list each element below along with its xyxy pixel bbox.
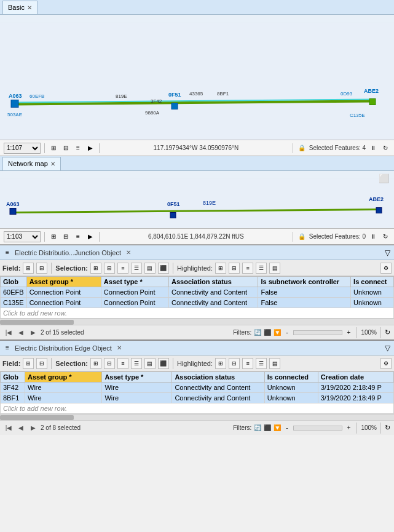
hi-btn-e4[interactable]: ☰ — [256, 358, 267, 369]
svg-rect-5 — [369, 99, 376, 105]
nav-icon-b2[interactable]: ⊟ — [61, 232, 71, 242]
click-new-row-label-e: Click to add new row. — [1, 403, 394, 414]
hi-btn-j3[interactable]: ≡ — [242, 263, 253, 274]
junction-panel-close[interactable]: ✕ — [126, 249, 131, 256]
hi-btn-j5[interactable]: ▤ — [269, 263, 280, 274]
cell-assetgroup-j0: Connection Point — [26, 287, 101, 298]
table-row[interactable]: C135E Connection Point Connection Point … — [1, 298, 394, 308]
edge-scrollbar-thumb[interactable] — [0, 415, 74, 420]
sel-btn-e5[interactable]: ▤ — [144, 358, 156, 369]
nav-icon-b3[interactable]: ≡ — [73, 232, 83, 242]
sel-btn-j6[interactable]: ⬛ — [158, 263, 169, 274]
table-row[interactable]: 8BF1 Wire Wire Connectivity and Content … — [1, 393, 394, 403]
pause-icon[interactable]: ⏸ — [368, 143, 378, 153]
zoom-select-bottom[interactable]: 1:103 — [4, 231, 41, 242]
nav-icon-3[interactable]: ≡ — [73, 143, 83, 153]
nav-icon-4[interactable]: ▶ — [85, 143, 95, 153]
filter-icon-j2[interactable]: ⬛ — [264, 329, 271, 336]
sel-btn-e4[interactable]: ☰ — [131, 358, 142, 369]
tab-basic-close[interactable]: ✕ — [27, 4, 32, 11]
col-header-glob-j: Glob — [1, 277, 27, 287]
sel-btn-e6[interactable]: ⬛ — [158, 358, 169, 369]
filter-icon-e3[interactable]: 🔽 — [274, 424, 281, 431]
refresh-btn-j[interactable]: ↻ — [385, 328, 390, 336]
junction-table-scroll[interactable]: Glob Asset group * Asset type * Associat… — [0, 276, 394, 319]
svg-rect-0 — [0, 23, 394, 148]
filter-icon-j3[interactable]: 🔽 — [274, 329, 281, 336]
hi-btn-e2[interactable]: ⊟ — [229, 358, 240, 369]
settings-btn-e[interactable]: ⚙ — [380, 358, 392, 369]
add-new-row-j[interactable]: Click to add new row. — [1, 308, 394, 319]
nav-next-j[interactable]: ▶ — [28, 328, 38, 338]
edge-table-scroll[interactable]: Glob Asset group * Asset type * Associat… — [0, 371, 394, 414]
filter-icon-e1[interactable]: 🔄 — [254, 424, 261, 431]
edge-scrollbar[interactable] — [0, 414, 394, 420]
junction-scrollbar-thumb[interactable] — [0, 320, 74, 325]
sel-btn-e1[interactable]: ⊞ — [90, 358, 101, 369]
zoom-select-top[interactable]: 1:107 — [4, 143, 41, 154]
tab-basic[interactable]: Basic ✕ — [2, 1, 37, 14]
col-header-issubnet-j[interactable]: Is subnetwork controller — [258, 277, 351, 287]
nav-next-e[interactable]: ▶ — [28, 423, 38, 433]
junction-scrollbar[interactable] — [0, 319, 394, 325]
hi-btn-e5[interactable]: ▤ — [269, 358, 280, 369]
slider-j[interactable] — [293, 330, 342, 335]
nav-prev-j[interactable]: ◀ — [16, 328, 26, 338]
map-view-top[interactable]: A063 0F51 ABE2 60EFB 819E 3F42 43365 8BF… — [0, 15, 394, 156]
col-header-assetgroup-j[interactable]: Asset group * — [26, 277, 101, 287]
table-row[interactable]: 3F42 Wire Wire Connectivity and Content … — [1, 383, 394, 393]
edge-panel-expand[interactable]: ▽ — [385, 344, 390, 352]
slider-e[interactable] — [293, 426, 342, 431]
junction-panel-expand[interactable]: ▽ — [385, 248, 390, 257]
col-header-isconn-j[interactable]: Is connect — [351, 277, 394, 287]
refresh-icon-b[interactable]: ↻ — [380, 232, 390, 242]
edge-panel-close[interactable]: ✕ — [117, 344, 122, 351]
sel-btn-j1[interactable]: ⊞ — [90, 263, 101, 274]
table-row[interactable]: 60EFB Connection Point Connection Point … — [1, 287, 394, 298]
sel-btn-j2[interactable]: ⊟ — [104, 263, 115, 274]
field-btn-j1[interactable]: ⊞ — [23, 263, 34, 274]
filter-icon-e2[interactable]: ⬛ — [264, 424, 271, 431]
col-header-assettype-e[interactable]: Asset type * — [102, 372, 172, 383]
settings-btn-j[interactable]: ⚙ — [380, 263, 392, 274]
col-header-assocstatus-e[interactable]: Association status — [172, 372, 264, 383]
highlight-icon[interactable]: ⬜ — [379, 173, 389, 183]
tab-network-map[interactable]: Network map ✕ — [2, 157, 61, 170]
filter-icon-j1[interactable]: 🔄 — [254, 329, 261, 336]
nav-icon-b4[interactable]: ▶ — [85, 232, 95, 242]
sel-btn-j3[interactable]: ≡ — [117, 263, 128, 274]
lock-icon-b[interactable]: 🔒 — [297, 232, 307, 242]
map-view-bottom[interactable]: A063 0F51 819E ABE2 ⬜ 1:103 ⊞ ⊟ ≡ ▶ 6,80… — [0, 171, 394, 245]
svg-rect-21 — [170, 213, 176, 218]
sel-btn-e3[interactable]: ≡ — [117, 358, 128, 369]
col-header-assettype-j[interactable]: Asset type * — [101, 277, 168, 287]
col-header-isconn-e[interactable]: Is connected — [264, 372, 318, 383]
sel-btn-e2[interactable]: ⊟ — [104, 358, 115, 369]
nav-icon-1[interactable]: ⊞ — [49, 143, 58, 153]
sel-btn-j4[interactable]: ☰ — [131, 263, 142, 274]
hi-btn-e3[interactable]: ≡ — [242, 358, 253, 369]
field-btn-e2[interactable]: ⊟ — [36, 358, 47, 369]
sel-btn-j5[interactable]: ▤ — [144, 263, 156, 274]
refresh-icon[interactable]: ↻ — [380, 143, 390, 153]
hi-btn-j4[interactable]: ☰ — [256, 263, 267, 274]
nav-icon-b1[interactable]: ⊞ — [49, 232, 58, 242]
field-btn-j2[interactable]: ⊟ — [36, 263, 47, 274]
cell-assocstatus-e1: Connectivity and Content — [172, 393, 264, 403]
col-header-assetgroup-e[interactable]: Asset group * — [25, 372, 102, 383]
hi-btn-e1[interactable]: ⊞ — [215, 358, 226, 369]
col-header-assocstatus-j[interactable]: Association status — [169, 277, 258, 287]
nav-first-e[interactable]: |◀ — [4, 423, 14, 433]
pause-icon-b[interactable]: ⏸ — [368, 232, 378, 242]
hi-btn-j1[interactable]: ⊞ — [215, 263, 226, 274]
nav-first-j[interactable]: |◀ — [4, 328, 14, 338]
nav-icon-2[interactable]: ⊟ — [61, 143, 71, 153]
hi-btn-j2[interactable]: ⊟ — [229, 263, 240, 274]
network-map-close[interactable]: ✕ — [50, 161, 55, 167]
lock-icon[interactable]: 🔒 — [297, 143, 307, 153]
field-btn-e1[interactable]: ⊞ — [23, 358, 34, 369]
col-header-creation-e[interactable]: Creation date — [318, 372, 393, 383]
nav-prev-e[interactable]: ◀ — [16, 423, 26, 433]
refresh-btn-e[interactable]: ↻ — [385, 424, 390, 432]
add-new-row-e[interactable]: Click to add new row. — [1, 403, 394, 414]
